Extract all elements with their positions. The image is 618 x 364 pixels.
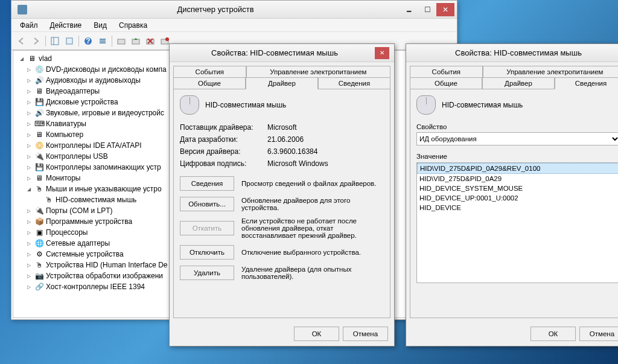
expand-icon[interactable]: ▷ xyxy=(25,153,33,160)
value-label: Значение xyxy=(416,153,618,160)
expand-icon[interactable]: ▷ xyxy=(25,174,33,182)
properties-dialog-driver: Свойства: HID-совместимая мышь ✕ События… xyxy=(169,43,395,346)
expand-icon[interactable]: ▷ xyxy=(25,98,33,106)
expand-icon[interactable]: ◢ xyxy=(25,185,33,193)
hardware-id-value[interactable]: HID_DEVICE xyxy=(417,203,618,212)
category-label: Мыши и иные указывающие устро xyxy=(46,185,162,193)
hardware-id-value[interactable]: HID_DEVICE_SYSTEM_MOUSE xyxy=(417,184,618,193)
info-value: 6.3.9600.16384 xyxy=(267,147,317,156)
category-label: Звуковые, игровые и видеоустройс xyxy=(46,109,164,117)
tab-events[interactable]: События xyxy=(410,66,483,77)
expand-icon[interactable]: ▷ xyxy=(25,109,33,117)
close-button[interactable]: ✕ xyxy=(436,3,454,16)
category-label: Порты (COM и LPT) xyxy=(46,206,113,215)
category-label: Устройства обработки изображени xyxy=(46,272,163,280)
expand-icon[interactable]: ▷ xyxy=(25,272,33,279)
hardware-id-value[interactable]: HID_DEVICE_UP:0001_U:0002 xyxy=(417,193,618,203)
list-icon[interactable] xyxy=(96,34,109,48)
hardware-id-value[interactable]: HID\VID_275D&PID_0A29&REV_0100 xyxy=(417,163,618,174)
tab-events[interactable]: События xyxy=(173,66,246,77)
svg-rect-8 xyxy=(118,39,125,44)
expand-icon[interactable]: ▷ xyxy=(25,261,33,269)
menu-view[interactable]: Вид xyxy=(88,20,113,31)
category-icon: 🖥 xyxy=(34,130,44,139)
tab-details[interactable]: Сведения xyxy=(318,77,390,89)
collapse-icon[interactable]: ◢ xyxy=(18,55,25,62)
category-icon: 💾 xyxy=(34,162,44,172)
expand-icon[interactable]: ▷ xyxy=(25,251,33,258)
help-icon[interactable]: ? xyxy=(81,34,95,48)
category-icon: 📦 xyxy=(34,217,44,226)
svg-rect-9 xyxy=(132,39,139,44)
action-description: Обновление драйверов для этого устройств… xyxy=(241,197,384,211)
expand-icon[interactable]: ▷ xyxy=(25,283,33,290)
computer-icon: 🖥 xyxy=(27,54,37,63)
tab-general[interactable]: Общие xyxy=(173,77,246,89)
action-button[interactable]: Сведения xyxy=(180,176,234,191)
menu-action[interactable]: Действие xyxy=(44,20,88,31)
category-label: Контроллеры USB xyxy=(46,152,108,161)
svg-rect-6 xyxy=(100,40,106,42)
action-button[interactable]: Обновить... xyxy=(180,197,234,211)
expand-icon[interactable]: ▷ xyxy=(25,218,33,225)
hardware-id-value[interactable]: HID\VID_275D&PID_0A29 xyxy=(417,174,618,184)
show-hide-icon[interactable] xyxy=(48,34,62,48)
category-label: Мониторы xyxy=(46,174,80,182)
expand-icon[interactable]: ▷ xyxy=(25,131,33,138)
ok-button[interactable]: ОК xyxy=(294,327,339,341)
action-button[interactable]: Откатить xyxy=(180,221,234,235)
dialog-titlebar: Свойства: HID-совместимая мышь ✕ xyxy=(170,44,394,62)
svg-rect-5 xyxy=(100,39,106,40)
uninstall-icon[interactable] xyxy=(144,34,157,48)
tab-driver[interactable]: Драйвер xyxy=(246,77,318,89)
tab-general[interactable]: Общие xyxy=(410,77,482,89)
expand-icon[interactable]: ▷ xyxy=(25,88,33,95)
expand-icon[interactable]: ▷ xyxy=(25,240,33,247)
dialog-title: Свойства: HID-совместимая мышь xyxy=(411,48,618,57)
category-label: Дисковые устройства xyxy=(46,98,118,106)
value-list[interactable]: HID\VID_275D&PID_0A29&REV_0100HID\VID_27… xyxy=(416,162,618,283)
expand-icon[interactable]: ▷ xyxy=(25,229,33,236)
back-icon[interactable] xyxy=(15,34,28,48)
category-label: Системные устройства xyxy=(46,250,124,258)
expand-icon[interactable]: ▷ xyxy=(25,142,33,149)
update-icon[interactable] xyxy=(129,34,142,48)
category-icon: 💾 xyxy=(34,97,44,107)
menu-file[interactable]: Файл xyxy=(14,20,44,31)
category-label: Программные устройства xyxy=(46,217,132,226)
expand-icon[interactable]: ▷ xyxy=(25,66,33,73)
minimize-button[interactable]: 🗕 xyxy=(400,3,418,16)
expand-icon[interactable]: ▷ xyxy=(25,207,33,214)
action-button[interactable]: Удалить xyxy=(180,266,234,280)
category-label: Компьютер xyxy=(46,130,83,139)
category-icon: ▣ xyxy=(34,228,44,237)
expand-icon[interactable]: ▷ xyxy=(25,77,33,84)
mouse-icon xyxy=(180,95,199,115)
dialog-close-button[interactable]: ✕ xyxy=(375,47,389,59)
svg-rect-0 xyxy=(51,37,59,45)
tab-power[interactable]: Управление электропитанием xyxy=(483,66,618,77)
tab-details[interactable]: Сведения xyxy=(555,77,618,89)
action-button[interactable]: Отключить xyxy=(180,245,234,260)
menubar: Файл Действие Вид Справка xyxy=(11,19,457,32)
category-icon: 🌐 xyxy=(34,238,44,248)
tab-driver[interactable]: Драйвер xyxy=(482,77,555,89)
dialog-title: Свойства: HID-совместимая мышь xyxy=(174,48,375,57)
tab-power[interactable]: Управление электропитанием xyxy=(246,66,390,77)
properties-icon[interactable] xyxy=(63,34,76,48)
property-select[interactable]: ИД оборудования xyxy=(416,132,618,145)
ok-button[interactable]: ОК xyxy=(530,327,576,341)
cancel-button[interactable]: Отмена xyxy=(579,327,618,341)
expand-icon[interactable]: ▷ xyxy=(25,164,33,171)
expand-icon[interactable]: ▷ xyxy=(25,120,33,127)
scan-icon[interactable] xyxy=(115,34,128,48)
category-label: Контроллеры запоминающих устр xyxy=(46,163,161,171)
forward-icon[interactable] xyxy=(30,34,43,48)
mouse-icon: 🖱 xyxy=(44,195,54,205)
category-icon: 🖥 xyxy=(34,86,44,96)
menu-help[interactable]: Справка xyxy=(113,20,153,31)
maximize-button[interactable]: ☐ xyxy=(418,3,436,16)
category-label: Видеоадаптеры xyxy=(46,87,100,95)
titlebar: Диспетчер устройств 🗕 ☐ ✕ xyxy=(11,1,457,19)
cancel-button[interactable]: Отмена xyxy=(343,327,388,341)
